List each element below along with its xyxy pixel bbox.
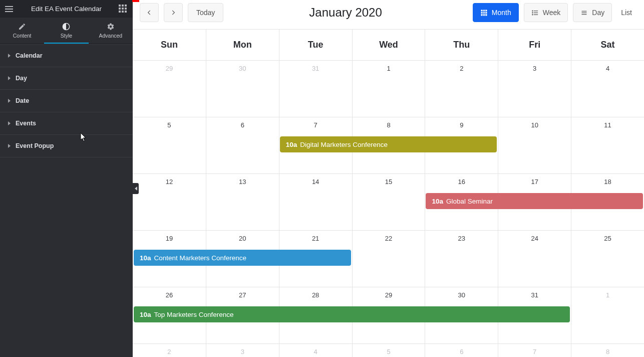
accordion-section[interactable]: Date	[0, 89, 133, 112]
date-number: 31	[279, 65, 352, 72]
date-number: 9	[425, 121, 498, 129]
day-header: Fri	[498, 30, 571, 61]
date-number: 31	[498, 291, 571, 299]
date-number: 7	[279, 121, 352, 129]
calendar-cell[interactable]: 1	[352, 61, 425, 117]
caret-right-icon	[8, 54, 11, 58]
calendar-cell[interactable]: 22	[352, 231, 425, 287]
event-title: Content Marketers Conference	[154, 254, 247, 262]
accordion-section[interactable]: Event Popup	[0, 134, 133, 157]
date-number: 14	[279, 178, 352, 186]
accordion-section[interactable]: Calendar	[0, 45, 133, 67]
calendar-body: 2930311234567891011121314151617181920212…	[133, 61, 644, 357]
view-week-button[interactable]: Week	[524, 3, 568, 22]
event-title: Global Seminar	[446, 198, 493, 205]
date-number: 29	[353, 291, 425, 299]
view-month-button[interactable]: Month	[473, 3, 519, 22]
today-button[interactable]: Today	[188, 3, 223, 22]
calendar-cell[interactable]: 23	[425, 231, 498, 287]
event-bar[interactable]: 10aContent Marketers Conference	[134, 250, 351, 266]
svg-rect-2	[483, 10, 485, 11]
date-number: 2	[133, 348, 206, 355]
accordion-section[interactable]: Events	[0, 112, 133, 134]
event-time: 10a	[140, 254, 151, 262]
tab-advanced[interactable]: Advanced	[89, 18, 133, 44]
view-list-button[interactable]: List	[616, 3, 637, 22]
calendar-cell[interactable]: 13	[206, 174, 279, 231]
calendar-cell[interactable]: 12	[133, 174, 206, 231]
date-number: 21	[279, 235, 352, 242]
lines-icon	[580, 9, 588, 17]
svg-rect-6	[485, 12, 487, 14]
date-number: 5	[353, 348, 425, 355]
date-number: 22	[353, 235, 425, 242]
date-number: 6	[206, 121, 279, 129]
day-header: Sat	[571, 30, 644, 61]
day-header: Sun	[133, 30, 206, 61]
style-sections: CalendarDayDateEventsEvent Popup	[0, 44, 133, 157]
tab-content[interactable]: Content	[0, 18, 44, 44]
accordion-section[interactable]: Day	[0, 67, 133, 89]
calendar-cell[interactable]: 29	[133, 61, 206, 117]
next-button[interactable]	[164, 3, 183, 22]
date-number: 28	[279, 291, 352, 299]
svg-rect-3	[485, 10, 487, 11]
svg-rect-5	[483, 12, 485, 14]
date-number: 1	[571, 291, 644, 299]
sidebar-header: Edit EA Event Calendar	[0, 0, 133, 18]
calendar-cell[interactable]: 25	[571, 231, 644, 287]
calendar-cell[interactable]: 7	[498, 344, 571, 357]
editor-tabs: Content Style Advanced	[0, 18, 133, 44]
date-number: 19	[133, 235, 206, 242]
date-number: 30	[425, 291, 498, 299]
date-number: 27	[206, 291, 279, 299]
accordion-label: Calendar	[16, 52, 43, 59]
calendar-cell[interactable]: 5	[133, 117, 206, 174]
calendar-day-headers: SunMonTueWedThuFriSat	[133, 30, 644, 61]
calendar-cell[interactable]: 4	[279, 344, 352, 357]
caret-right-icon	[8, 99, 11, 103]
date-number: 13	[206, 178, 279, 186]
view-day-button[interactable]: Day	[573, 3, 612, 22]
accordion-label: Day	[16, 75, 27, 82]
prev-button[interactable]	[140, 3, 159, 22]
svg-rect-7	[481, 14, 483, 16]
event-bar[interactable]: 10aGlobal Seminar	[426, 193, 643, 209]
calendar-cell[interactable]: 2	[133, 344, 206, 357]
calendar-cell[interactable]: 14	[279, 174, 352, 231]
calendar-cell[interactable]: 2	[425, 61, 498, 117]
date-number: 10	[498, 121, 571, 129]
calendar-cell[interactable]: 24	[498, 231, 571, 287]
svg-rect-1	[481, 10, 483, 11]
date-number: 3	[206, 348, 279, 355]
date-number: 29	[133, 65, 206, 72]
view-day-label: Day	[592, 9, 604, 17]
date-number: 4	[279, 348, 352, 355]
calendar-cell[interactable]: 31	[279, 61, 352, 117]
accordion-label: Event Popup	[16, 142, 54, 149]
date-number: 20	[206, 235, 279, 242]
event-bar[interactable]: 10aDigital Marketers Conference	[280, 136, 497, 152]
calendar-cell[interactable]: 6	[425, 344, 498, 357]
tab-style[interactable]: Style	[44, 18, 88, 44]
date-number: 15	[353, 178, 425, 186]
calendar-cell[interactable]: 15	[352, 174, 425, 231]
event-title: Top Marketers Conference	[154, 311, 234, 318]
date-number: 3	[498, 65, 571, 72]
calendar-cell[interactable]: 3	[206, 344, 279, 357]
date-number: 5	[133, 121, 206, 129]
svg-rect-9	[485, 14, 487, 16]
calendar-cell[interactable]: 5	[352, 344, 425, 357]
calendar-cell[interactable]: 30	[206, 61, 279, 117]
chevron-left-icon	[146, 9, 153, 16]
event-bar[interactable]: 10aTop Marketers Conference	[134, 306, 570, 322]
calendar-cell[interactable]: 3	[498, 61, 571, 117]
calendar-cell[interactable]: 11	[571, 117, 644, 174]
day-header: Tue	[279, 30, 352, 61]
calendar-cell[interactable]: 1	[571, 287, 644, 344]
calendar-cell[interactable]: 6	[206, 117, 279, 174]
calendar-cell[interactable]: 4	[571, 61, 644, 117]
date-number: 16	[425, 178, 498, 186]
calendar-cell[interactable]: 10	[498, 117, 571, 174]
calendar-cell[interactable]: 8	[571, 344, 644, 357]
